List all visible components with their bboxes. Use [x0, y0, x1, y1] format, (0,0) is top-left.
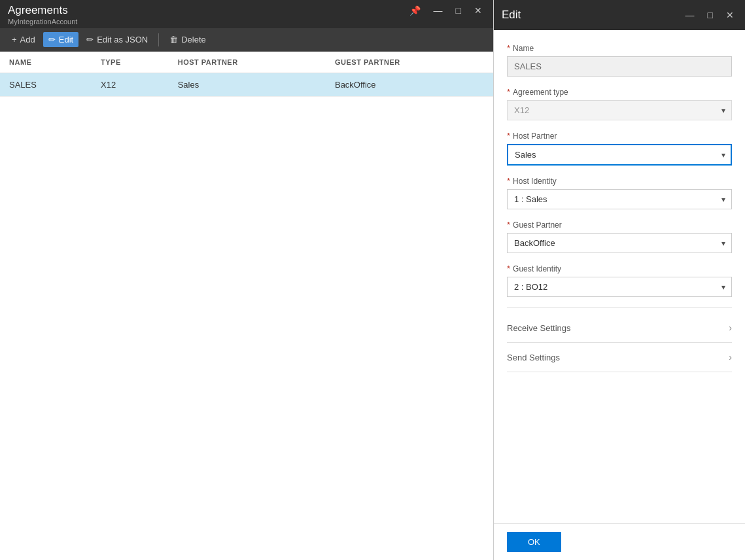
edit-label: Edit: [59, 35, 73, 44]
name-label-group: * Name: [507, 43, 732, 53]
col-host-partner: HOST PARTNER: [169, 52, 326, 73]
guest-partner-required-star: *: [507, 220, 510, 230]
edit-json-button[interactable]: ✏ Edit as JSON: [81, 32, 153, 47]
right-panel-title: Edit: [502, 9, 521, 22]
row-type: X12: [92, 73, 169, 97]
host-partner-required-star: *: [507, 131, 510, 141]
col-type: TYPE: [92, 52, 169, 73]
left-panel-title: Agreements: [8, 4, 77, 17]
right-footer: OK: [494, 523, 745, 560]
host-identity-label: Host Identity: [513, 177, 557, 186]
edit-button[interactable]: ✏ Edit: [43, 32, 78, 47]
col-name: NAME: [0, 52, 92, 73]
left-titlebar: Agreements MyIntegrationAccount 📌 — □ ✕: [0, 0, 493, 28]
guest-identity-label: Guest Identity: [513, 264, 561, 273]
host-identity-select-wrapper: 1 : Sales ▾: [507, 189, 732, 209]
add-button[interactable]: + Add: [7, 32, 41, 47]
name-input[interactable]: [507, 56, 732, 77]
name-group: * Name: [507, 43, 732, 77]
guest-identity-group: * Guest Identity 2 : BO12 ▾: [507, 264, 732, 297]
agreement-type-group: * Agreement type X12 ▾: [507, 87, 732, 120]
table-header-row: NAME TYPE HOST PARTNER GUEST PARTNER: [0, 52, 493, 73]
delete-label: Delete: [181, 35, 206, 44]
left-pin-button[interactable]: 📌: [406, 4, 424, 17]
agreement-type-required-star: *: [507, 87, 510, 97]
left-maximize-button[interactable]: □: [453, 4, 464, 17]
right-maximize-button[interactable]: □: [704, 9, 716, 22]
left-close-button[interactable]: ✕: [471, 4, 485, 17]
ok-button[interactable]: OK: [507, 532, 561, 552]
host-identity-label-group: * Host Identity: [507, 176, 732, 186]
guest-identity-required-star: *: [507, 264, 510, 273]
guest-partner-select[interactable]: BackOffice Sales: [507, 233, 732, 253]
left-title-group: Agreements MyIntegrationAccount: [8, 4, 77, 26]
host-identity-required-star: *: [507, 176, 510, 186]
right-form-content: * Name * Agreement type X12 ▾ * Host Par…: [494, 30, 745, 523]
guest-identity-select-wrapper: 2 : BO12 ▾: [507, 277, 732, 297]
delete-button[interactable]: 🗑 Delete: [164, 32, 211, 47]
host-partner-group: * Host Partner Sales BackOffice ▾: [507, 131, 732, 166]
table-row[interactable]: SALES X12 Sales BackOffice: [0, 73, 493, 97]
send-settings-chevron-icon: ›: [729, 352, 732, 362]
right-titlebar-controls: — □ ✕: [682, 9, 737, 22]
edit-json-label: Edit as JSON: [97, 35, 148, 44]
agreements-table-container: NAME TYPE HOST PARTNER GUEST PARTNER SAL…: [0, 52, 493, 560]
agreement-type-select-wrapper: X12 ▾: [507, 100, 732, 120]
edit-icon: ✏: [48, 35, 56, 44]
guest-partner-label: Guest Partner: [513, 220, 562, 230]
row-guest-partner: BackOffice: [326, 73, 493, 97]
add-label: Add: [20, 35, 35, 44]
host-identity-group: * Host Identity 1 : Sales ▾: [507, 176, 732, 209]
host-partner-select[interactable]: Sales BackOffice: [507, 144, 732, 166]
guest-partner-label-group: * Guest Partner: [507, 220, 732, 230]
left-minimize-button[interactable]: —: [430, 4, 446, 17]
agreement-type-label: Agreement type: [513, 88, 568, 97]
send-settings-section[interactable]: Send Settings ›: [507, 343, 732, 372]
form-divider-1: [507, 307, 732, 308]
receive-settings-section[interactable]: Receive Settings ›: [507, 313, 732, 343]
send-settings-label: Send Settings: [507, 353, 560, 362]
delete-icon: 🗑: [169, 35, 178, 44]
toolbar-separator: [158, 33, 159, 46]
agreement-type-label-group: * Agreement type: [507, 87, 732, 97]
receive-settings-label: Receive Settings: [507, 323, 571, 333]
right-titlebar: Edit — □ ✕: [494, 0, 745, 30]
right-close-button[interactable]: ✕: [723, 9, 737, 22]
guest-identity-label-group: * Guest Identity: [507, 264, 732, 273]
name-required-star: *: [507, 43, 510, 53]
plus-icon: +: [12, 35, 17, 44]
host-partner-label-group: * Host Partner: [507, 131, 732, 141]
receive-settings-chevron-icon: ›: [729, 323, 732, 333]
row-name: SALES: [0, 73, 92, 97]
right-minimize-button[interactable]: —: [682, 9, 698, 22]
host-identity-select[interactable]: 1 : Sales: [507, 189, 732, 209]
edit-json-icon: ✏: [86, 35, 94, 44]
host-partner-label: Host Partner: [513, 131, 557, 141]
name-label: Name: [513, 44, 534, 53]
toolbar: + Add ✏ Edit ✏ Edit as JSON 🗑 Delete: [0, 28, 493, 52]
left-panel-subtitle: MyIntegrationAccount: [8, 18, 77, 26]
row-host-partner: Sales: [169, 73, 326, 97]
left-panel: Agreements MyIntegrationAccount 📌 — □ ✕ …: [0, 0, 494, 560]
guest-partner-group: * Guest Partner BackOffice Sales ▾: [507, 220, 732, 253]
guest-partner-select-wrapper: BackOffice Sales ▾: [507, 233, 732, 253]
agreement-type-select[interactable]: X12: [507, 100, 732, 120]
agreements-table: NAME TYPE HOST PARTNER GUEST PARTNER SAL…: [0, 52, 493, 97]
left-titlebar-controls: 📌 — □ ✕: [406, 4, 485, 17]
right-panel: Edit — □ ✕ * Name * Agreement type X12: [494, 0, 745, 560]
guest-identity-select[interactable]: 2 : BO12: [507, 277, 732, 297]
col-guest-partner: GUEST PARTNER: [326, 52, 493, 73]
host-partner-select-wrapper: Sales BackOffice ▾: [507, 144, 732, 166]
